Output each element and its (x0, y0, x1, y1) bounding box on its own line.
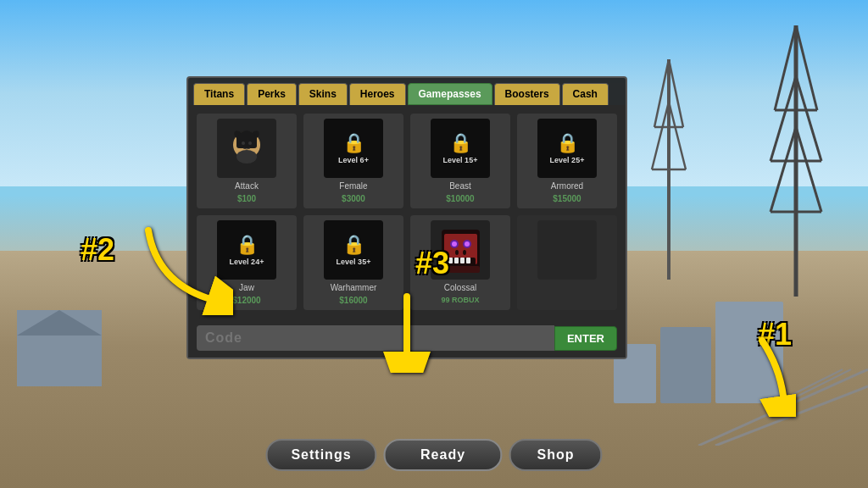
skin-name-armored: Armored (551, 181, 583, 191)
skin-avatar-warhammer: 🔒 Level 35+ (324, 220, 383, 280)
skin-beast[interactable]: 🔒 Level 15+ Beast $10000 (410, 114, 510, 208)
enter-button[interactable]: ENTER (554, 326, 617, 351)
level-warhammer: Level 35+ (337, 258, 371, 266)
lock-armored: 🔒 Level 25+ (537, 119, 597, 178)
skin-price-armored: $15000 (553, 194, 581, 203)
skin-price-jaw: $12000 (232, 296, 260, 305)
roof-left (17, 310, 102, 336)
building-left (17, 310, 102, 386)
svg-line-4 (771, 76, 796, 161)
svg-line-5 (796, 76, 821, 161)
lock-beast: 🔒 Level 15+ (431, 119, 490, 178)
skin-price-female: $3000 (342, 194, 365, 203)
skin-name-female: Female (339, 181, 367, 191)
settings-button[interactable]: Settings (265, 439, 376, 471)
railroad (529, 361, 868, 446)
tab-heroes[interactable]: Heroes (349, 83, 406, 105)
tower-right (766, 25, 826, 297)
svg-line-8 (796, 127, 821, 212)
svg-line-12 (669, 59, 683, 127)
lock-icon-beast: 🔒 (449, 132, 472, 154)
skin-name-attack: Attack (235, 181, 259, 191)
skin-avatar-female: 🔒 Level 6+ (324, 119, 383, 178)
level-armored: Level 25+ (550, 156, 585, 164)
lock-warhammer: 🔒 Level 35+ (324, 220, 383, 280)
skin-attack[interactable]: Attack $100 (197, 114, 297, 208)
svg-point-22 (236, 150, 257, 164)
lock-icon-armored: 🔒 (556, 132, 579, 154)
skin-avatar-armored: 🔒 Level 25+ (537, 119, 597, 178)
svg-rect-36 (454, 258, 459, 263)
tower-left (648, 59, 690, 280)
arrow-3 (373, 288, 441, 376)
lock-icon-jaw: 🔒 (236, 234, 259, 256)
skin-avatar-attack (217, 119, 276, 178)
annotation-3: #3 (415, 246, 449, 281)
svg-line-7 (771, 127, 796, 212)
arrow-2 (131, 214, 233, 319)
skin-female[interactable]: 🔒 Level 6+ Female $3000 (303, 114, 403, 208)
ready-button[interactable]: Ready (384, 439, 503, 471)
skin-avatar-beast: 🔒 Level 15+ (431, 119, 490, 178)
skin-name-colossal: Colossal (444, 283, 476, 292)
svg-line-11 (654, 59, 669, 127)
skin-price-attack: $100 (237, 194, 256, 203)
svg-rect-37 (460, 258, 465, 263)
skin-name-jaw: Jaw (239, 283, 254, 292)
tabs-bar: Titans Perks Skins Heroes Gamepasses Boo… (188, 78, 626, 105)
tab-titans[interactable]: Titans (193, 83, 245, 105)
skins-grid: Attack $100 🔒 Level 6+ Female $3000 🔒 Le… (188, 105, 626, 319)
skin-name-warhammer: Warhammer (331, 283, 377, 292)
tab-perks[interactable]: Perks (247, 83, 297, 105)
level-beast: Level 15+ (443, 156, 478, 164)
arrow-1 (720, 332, 796, 420)
skin-price-beast: $10000 (446, 194, 474, 203)
skin-armored[interactable]: 🔒 Level 25+ Armored $15000 (517, 114, 617, 208)
svg-line-15 (669, 102, 686, 169)
svg-line-14 (652, 102, 669, 169)
skin-price-warhammer: $16000 (339, 296, 367, 305)
tab-cash[interactable]: Cash (562, 83, 609, 105)
tab-skins[interactable]: Skins (298, 83, 348, 105)
shop-button[interactable]: Shop (509, 439, 603, 471)
svg-line-2 (796, 25, 817, 110)
level-jaw: Level 24+ (230, 258, 264, 266)
skin-name-beast: Beast (449, 181, 471, 191)
skin-empty (517, 215, 617, 310)
svg-point-33 (463, 250, 466, 255)
svg-point-32 (455, 250, 459, 255)
bottom-bar: Settings Ready Shop (265, 439, 602, 471)
svg-point-24 (242, 141, 245, 145)
level-female: Level 6+ (338, 156, 369, 164)
svg-point-31 (465, 241, 470, 247)
svg-point-30 (452, 241, 457, 247)
tab-gamepasses[interactable]: Gamepasses (408, 83, 492, 105)
svg-line-1 (775, 25, 796, 110)
svg-point-25 (248, 141, 252, 145)
annotation-2: #2 (81, 232, 114, 268)
lock-female: 🔒 Level 6+ (324, 119, 383, 178)
lock-icon-female: 🔒 (342, 132, 365, 154)
svg-rect-38 (466, 258, 470, 263)
skin-price-colossal: 99 ROBUX (441, 296, 479, 304)
skin-avatar-empty (537, 220, 597, 280)
tab-boosters[interactable]: Boosters (494, 83, 560, 105)
lock-icon-warhammer: 🔒 (342, 234, 365, 256)
